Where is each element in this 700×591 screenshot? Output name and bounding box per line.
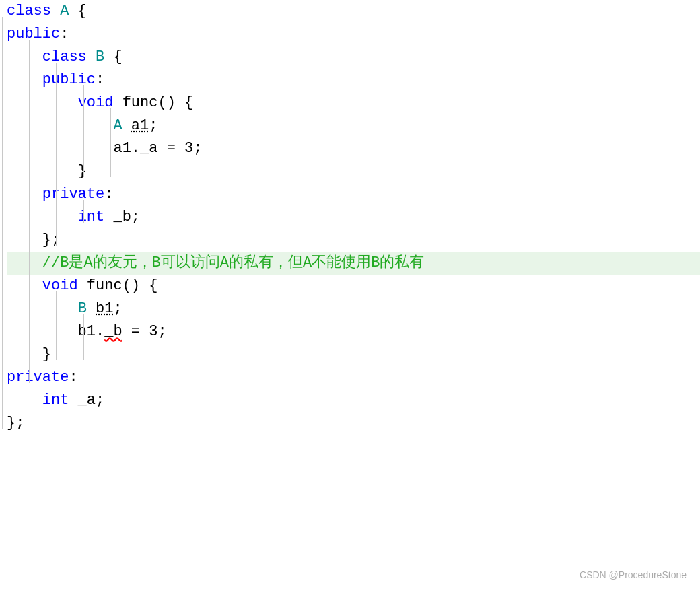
code-line-12: //B是A的友元，B可以访问A的私有，但A不能使用B的私有 [7,252,700,275]
line-text-4: public: [7,69,104,92]
code-line-3: class B { [7,46,700,69]
code-token: } [7,346,51,363]
code-token: ; [113,300,122,317]
code-token: a1 [131,117,149,134]
code-token [87,48,96,65]
code-lines: class A {public: class B { public: void … [7,0,700,435]
code-line-4: public: [7,69,700,92]
code-token: }; [7,415,24,431]
line-text-5: void func() { [7,92,193,114]
code-token: ; [149,117,158,134]
code-token: { [104,48,122,65]
code-line-1: class A { [7,0,700,23]
code-line-19: }; [7,412,700,435]
code-token: _b; [104,209,140,225]
line-text-2: public: [7,23,69,46]
line-text-10: int _b; [7,206,140,229]
code-token: func() { [113,94,193,111]
code-token [7,117,113,134]
code-token: b1. [7,323,104,340]
code-token [87,300,96,317]
code-token: B [96,48,104,65]
code-line-11: }; [7,229,700,252]
code-token: void [78,94,114,111]
code-line-6: A a1; [7,114,700,137]
code-token: private [7,369,69,386]
code-line-8: } [7,160,700,183]
code-token: int [78,209,105,225]
code-token [7,300,78,317]
line-text-1: class A { [7,0,87,23]
code-token: { [69,3,86,20]
code-token: int [42,392,69,409]
line-text-16: } [7,343,51,366]
code-line-17: private: [7,366,700,389]
code-token: public [7,26,60,42]
line-text-15: b1._b = 3; [7,320,167,343]
code-token [123,117,131,134]
line-text-9: private: [7,183,113,206]
line-text-3: class B { [7,46,123,69]
line-text-14: B b1; [7,298,123,320]
code-token: //B是A的友元，B可以访问A的私有，但A不能使用B的私有 [7,254,424,271]
code-token: : [104,186,113,203]
code-line-10: int _b; [7,206,700,229]
line-text-17: private: [7,366,78,389]
code-line-18: int _a; [7,389,700,412]
code-line-13: void func() { [7,275,700,298]
line-text-6: A a1; [7,114,158,137]
code-token: _a; [69,392,104,409]
code-line-16: } [7,343,700,366]
code-line-7: a1._a = 3; [7,137,700,160]
code-token: func() { [78,277,158,294]
line-text-13: void func() { [7,275,158,298]
code-token: A [113,117,122,134]
code-line-15: b1._b = 3; [7,320,700,343]
code-token [7,71,42,88]
code-token: : [69,369,77,386]
code-line-2: public: [7,23,700,46]
code-token: class [7,3,51,20]
code-token: void [42,277,78,294]
code-token: : [60,26,69,42]
code-token: private [42,186,104,203]
line-text-19: }; [7,412,24,435]
code-area: class A {public: class B { public: void … [0,0,700,435]
code-token [7,94,78,111]
code-token: b1 [96,300,113,317]
code-token [7,277,42,294]
line-text-7: a1._a = 3; [7,137,202,160]
code-token: } [7,163,87,180]
code-token: : [96,71,104,88]
code-token [7,392,42,409]
code-editor: class A {public: class B { public: void … [0,0,700,435]
code-token [7,209,78,225]
code-token: _b [104,323,122,340]
code-line-5: void func() { [7,92,700,114]
watermark: CSDN @ProcedureStone [580,568,687,583]
line-text-8: } [7,160,87,183]
code-token: }; [7,232,60,248]
code-token: public [42,71,96,88]
code-line-14: B b1; [7,298,700,320]
code-token: A [60,3,69,20]
code-token: a1._a = 3; [7,140,202,157]
line-text-11: }; [7,229,60,252]
code-token: class [42,48,87,65]
code-token [7,186,42,203]
code-line-9: private: [7,183,700,206]
code-token [51,3,60,20]
line-text-18: int _a; [7,389,104,412]
line-text-12: //B是A的友元，B可以访问A的私有，但A不能使用B的私有 [7,252,424,275]
code-token [7,48,42,65]
code-token: = 3; [123,323,167,340]
code-token: B [78,300,87,317]
